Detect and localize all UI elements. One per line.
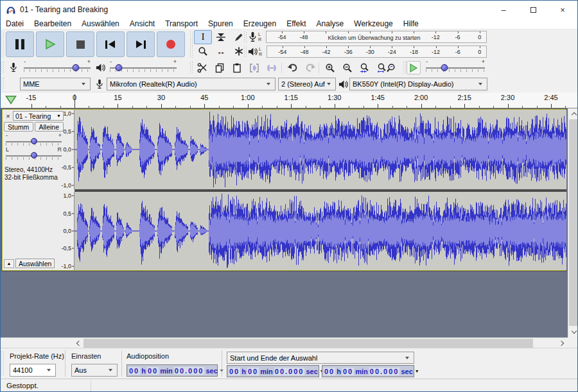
- selection-end-field[interactable]: 00h00min00.000sec▼: [322, 365, 414, 377]
- time-field-digit[interactable]: 00: [229, 368, 240, 375]
- gain-thumb[interactable]: [31, 138, 37, 144]
- record-button[interactable]: [157, 31, 185, 57]
- menu-item-bearbeiten[interactable]: Bearbeiten: [29, 19, 76, 29]
- silence-audio-button[interactable]: [263, 61, 280, 74]
- toolbar-grip[interactable]: [190, 62, 193, 74]
- menu-item-effekt[interactable]: Effekt: [281, 19, 311, 29]
- time-field-unit[interactable]: min: [355, 368, 369, 375]
- close-button[interactable]: ×: [548, 1, 577, 19]
- toolbar-grip[interactable]: [190, 31, 193, 58]
- audio-track[interactable]: × 01 - Tearing▼ Stumm Alleine - + L R: [2, 109, 566, 271]
- time-field-digit[interactable]: 00.000: [369, 368, 400, 375]
- mute-button[interactable]: Stumm: [4, 122, 33, 132]
- menu-item-ansicht[interactable]: Ansicht: [125, 19, 160, 29]
- toolbar-grip[interactable]: [1, 62, 4, 74]
- menu-item-auswhlen[interactable]: Auswählen: [76, 19, 125, 29]
- undo-button[interactable]: [284, 61, 301, 74]
- recording-channels-select[interactable]: 2 (Stereo) Aufnahmekanä: [278, 78, 336, 90]
- waveform-channel-1[interactable]: [74, 110, 566, 189]
- skip-to-start-button[interactable]: [96, 31, 125, 57]
- pause-button[interactable]: [6, 31, 34, 57]
- zoom-tool-button[interactable]: [194, 44, 212, 58]
- copy-button[interactable]: [211, 61, 228, 74]
- horizontal-scroll-thumb[interactable]: [83, 339, 533, 348]
- selection-range-select[interactable]: Start und Ende der Auswahl: [227, 352, 414, 364]
- stop-button[interactable]: [66, 31, 94, 57]
- time-field-digit[interactable]: 00.000: [174, 367, 205, 375]
- selection-start-field[interactable]: 00h00min00.000sec▼: [227, 365, 319, 377]
- solo-button[interactable]: Alleine: [35, 122, 64, 132]
- time-field-digit[interactable]: 00.000: [274, 368, 305, 375]
- time-field-unit[interactable]: h: [336, 368, 342, 375]
- vertical-scroll-thumb[interactable]: [569, 119, 578, 326]
- close-track-button[interactable]: ×: [4, 112, 12, 120]
- toolbar-grip[interactable]: [244, 31, 247, 42]
- toolbar-grip[interactable]: [1, 351, 4, 376]
- scroll-down-button[interactable]: [568, 327, 578, 337]
- pan-slider[interactable]: L R: [6, 151, 62, 161]
- time-field-digit[interactable]: 00: [324, 368, 335, 375]
- menu-item-spuren[interactable]: Spuren: [203, 19, 238, 29]
- time-field-unit[interactable]: sec: [305, 368, 318, 375]
- time-format-arrow-icon[interactable]: ▼: [414, 369, 421, 373]
- time-field-unit[interactable]: min: [159, 367, 173, 375]
- recording-device-select[interactable]: Mikrofon (Realtek(R) Audio): [107, 78, 276, 90]
- toolbar-grip[interactable]: [1, 31, 4, 58]
- play-button[interactable]: [36, 31, 64, 57]
- project-rate-select[interactable]: 44100: [10, 364, 56, 377]
- toolbar-grip[interactable]: [244, 46, 247, 57]
- vertical-scrollbar[interactable]: [568, 108, 578, 337]
- playback-volume-slider[interactable]: - +: [110, 63, 177, 73]
- toolbar-grip[interactable]: [1, 78, 4, 90]
- trim-audio-button[interactable]: [246, 61, 263, 74]
- time-field-digit[interactable]: 00: [147, 367, 159, 375]
- maximize-button[interactable]: [518, 1, 548, 19]
- skip-to-end-button[interactable]: [127, 31, 155, 57]
- cut-button[interactable]: [194, 61, 211, 74]
- snap-select[interactable]: Aus: [71, 364, 118, 377]
- time-field-digit[interactable]: 00: [128, 367, 140, 375]
- playback-meter-toolbar[interactable]: LR -54-48-42-36-30-24-18-12-60: [243, 44, 489, 59]
- playback-device-select[interactable]: BK550Y (Intel(R) Display-Audio): [349, 78, 487, 90]
- playback-volume-thumb[interactable]: [115, 64, 122, 71]
- playback-meter[interactable]: -54-48-42-36-30-24-18-12-60: [267, 46, 487, 58]
- scroll-up-button[interactable]: [568, 108, 578, 119]
- menu-item-analyse[interactable]: Analyse: [311, 19, 349, 29]
- paste-button[interactable]: [229, 61, 245, 74]
- time-field-unit[interactable]: min: [259, 368, 274, 375]
- collapse-track-button[interactable]: ▲: [4, 259, 14, 268]
- gain-slider[interactable]: - +: [6, 137, 62, 147]
- waveform-channel-2[interactable]: [74, 192, 566, 270]
- recording-volume-slider[interactable]: - +: [24, 63, 91, 73]
- track-area[interactable]: × 01 - Tearing▼ Stumm Alleine - + L R: [1, 108, 568, 337]
- time-field-unit[interactable]: sec: [205, 367, 218, 375]
- recording-meter[interactable]: -54-48-12-60Klicken um Überwachung zu st…: [266, 31, 487, 43]
- scroll-left-button[interactable]: [73, 338, 83, 348]
- minimize-button[interactable]: –: [489, 1, 518, 19]
- select-track-button[interactable]: Auswählen: [15, 259, 55, 268]
- timeshift-tool-button[interactable]: ↔: [212, 44, 230, 58]
- audio-host-select[interactable]: MME: [20, 78, 91, 90]
- play-at-speed-button[interactable]: [407, 61, 421, 74]
- audio-position-field[interactable]: 00h00min00.000sec▼: [127, 364, 218, 377]
- playback-speed-slider[interactable]: - +: [426, 63, 485, 73]
- menu-item-datei[interactable]: Datei: [1, 19, 29, 29]
- redo-button[interactable]: [302, 61, 319, 74]
- recording-meter-toolbar[interactable]: LR -54-48-12-60Klicken um Überwachung zu…: [243, 30, 489, 44]
- scroll-right-button[interactable]: [557, 338, 568, 348]
- recording-volume-thumb[interactable]: [73, 64, 80, 71]
- monitoring-message[interactable]: Klicken um Überwachung zu starten: [328, 35, 421, 41]
- track-name-button[interactable]: 01 - Tearing▼: [13, 111, 64, 121]
- time-field-unit[interactable]: h: [241, 368, 247, 375]
- timeline-ruler[interactable]: -1501530451:001:151:301:452:002:152:302:…: [1, 92, 578, 108]
- menu-item-transport[interactable]: Transport: [160, 19, 203, 29]
- pin-playhead-button[interactable]: [3, 94, 19, 107]
- time-field-digit[interactable]: 00: [342, 368, 354, 375]
- time-field-digit[interactable]: 00: [247, 368, 259, 375]
- zoom-selection-button[interactable]: [356, 61, 373, 74]
- menu-item-hilfe[interactable]: Hilfe: [398, 19, 424, 29]
- pan-thumb[interactable]: [31, 152, 37, 158]
- menu-item-werkzeuge[interactable]: Werkzeuge: [349, 19, 398, 29]
- time-field-unit[interactable]: sec: [400, 368, 413, 375]
- zoom-out-button[interactable]: [339, 61, 356, 74]
